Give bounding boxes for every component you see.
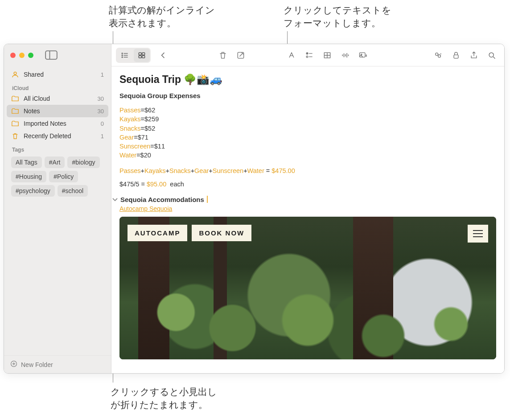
titlebar-left <box>4 44 111 66</box>
callout-collapse-heading: クリックすると小見出し が折りたたまれます。 <box>111 385 217 412</box>
minimize-window-button[interactable] <box>19 53 25 58</box>
gallery-view-button[interactable] <box>134 49 150 62</box>
section-heading-accommodations[interactable]: Sequoia Accommodations <box>111 196 496 203</box>
svg-line-35 <box>493 57 495 58</box>
tag-chip[interactable]: #Housing <box>11 171 46 182</box>
svg-point-31 <box>436 53 438 55</box>
toolbar <box>111 44 504 66</box>
sidebar-item-count: 1 <box>101 71 104 78</box>
section-heading-text: Sequoia Accommodations <box>120 196 204 203</box>
sidebar-item-count: 0 <box>101 120 104 127</box>
sidebar-item-count: 1 <box>101 133 104 140</box>
callout-line <box>287 31 288 45</box>
main-pane: Sequoia Trip 🌳📸🚙 Sequoia Group Expenses … <box>111 44 504 373</box>
sidebar-item-label: Recently Deleted <box>24 132 96 140</box>
checklist-button[interactable] <box>301 49 317 62</box>
division-suffix: each <box>170 181 184 188</box>
back-button[interactable] <box>155 49 171 62</box>
tag-chip[interactable]: #psychology <box>11 185 55 197</box>
sidebar-item-count: 30 <box>98 108 104 115</box>
sidebar: Shared 1 iCloud All iCloud 30 Notes 30 <box>4 44 111 373</box>
sidebar-item-imported[interactable]: Imported Notes 0 <box>7 117 108 130</box>
app-window: Shared 1 iCloud All iCloud 30 Notes 30 <box>4 44 505 374</box>
media-button[interactable] <box>355 49 371 62</box>
expense-line: Sunscreen=$11 <box>119 142 496 151</box>
tag-chip[interactable]: #school <box>58 185 88 197</box>
callout-inline-math: 計算式の解がインライン 表示されます。 <box>109 4 215 30</box>
trash-icon <box>11 132 19 140</box>
chevron-down-icon[interactable] <box>111 196 119 203</box>
svg-point-8 <box>122 55 123 56</box>
svg-rect-15 <box>142 55 145 58</box>
expense-line: Kayaks=$259 <box>119 115 496 124</box>
svg-point-10 <box>122 57 123 58</box>
expense-line: Water=$20 <box>119 151 496 160</box>
sidebar-list: Shared 1 iCloud All iCloud 30 Notes 30 <box>4 66 111 199</box>
table-button[interactable] <box>319 49 335 62</box>
sidebar-item-shared[interactable]: Shared 1 <box>7 68 108 81</box>
sidebar-toggle-button[interactable] <box>45 50 58 60</box>
sidebar-item-notes[interactable]: Notes 30 <box>7 105 108 117</box>
tags-container: All Tags #Art #biology #Housing #Policy … <box>7 154 108 199</box>
callout-format-text: クリックしてテキストを フォーマットします。 <box>284 4 391 30</box>
expense-list: Passes=$62Kayaks=$259Snacks=$52Gear=$71S… <box>119 106 496 160</box>
note-subtitle: Sequoia Group Expenses <box>119 92 496 99</box>
folder-icon <box>11 119 19 128</box>
svg-rect-13 <box>142 53 145 55</box>
sidebar-group-tags: Tags <box>7 142 108 154</box>
preview-menu-button[interactable] <box>468 225 488 243</box>
tag-chip[interactable]: #Art <box>45 156 65 168</box>
close-window-button[interactable] <box>10 53 16 58</box>
sum-result: $475.00 <box>271 167 295 174</box>
svg-point-19 <box>306 56 308 58</box>
division-result: $95.00 <box>147 181 166 188</box>
tag-chip[interactable]: #Policy <box>49 171 78 182</box>
link-preview-card[interactable]: AUTOCAMP BOOK NOW <box>119 217 496 359</box>
shared-icon <box>11 70 19 78</box>
sidebar-group-icloud[interactable]: iCloud <box>7 81 108 92</box>
expense-line: Snacks=$52 <box>119 124 496 133</box>
sidebar-item-count: 30 <box>98 95 104 102</box>
sidebar-item-label: Notes <box>24 107 93 115</box>
tag-chip[interactable]: #biology <box>67 156 99 168</box>
expense-line: Gear=$71 <box>119 133 496 142</box>
format-button[interactable] <box>284 49 300 62</box>
new-folder-button[interactable]: New Folder <box>4 355 111 373</box>
audio-button[interactable] <box>337 49 353 62</box>
svg-point-2 <box>14 72 16 74</box>
preview-cta-button[interactable]: BOOK NOW <box>192 225 251 241</box>
sidebar-item-label: Shared <box>24 71 96 78</box>
folder-icon <box>11 95 19 103</box>
note-content[interactable]: Sequoia Trip 🌳📸🚙 Sequoia Group Expenses … <box>111 66 504 373</box>
new-folder-label: New Folder <box>21 361 53 368</box>
svg-rect-33 <box>454 55 458 58</box>
accommodation-link[interactable]: Autocamp Sequoia <box>119 205 172 212</box>
folder-icon <box>11 107 19 115</box>
sidebar-item-recently-deleted[interactable]: Recently Deleted 1 <box>7 130 108 142</box>
new-note-button[interactable] <box>233 49 249 62</box>
sum-line: Passes+Kayaks+Snacks+Gear+Sunscreen+Wate… <box>119 167 496 174</box>
delete-button[interactable] <box>215 49 231 62</box>
list-view-button[interactable] <box>117 49 133 62</box>
svg-point-6 <box>122 53 123 54</box>
svg-point-32 <box>438 54 441 57</box>
share-button[interactable] <box>466 49 482 62</box>
sidebar-item-label: Imported Notes <box>24 120 96 127</box>
svg-rect-0 <box>45 51 57 59</box>
text-cursor <box>207 196 208 203</box>
preview-logo: AUTOCAMP <box>128 225 187 241</box>
preview-foliage <box>119 281 496 359</box>
sidebar-item-all-icloud[interactable]: All iCloud 30 <box>7 92 108 105</box>
lock-button[interactable] <box>448 49 464 62</box>
svg-rect-12 <box>139 53 141 55</box>
expense-line: Passes=$62 <box>119 106 496 115</box>
link-note-button[interactable] <box>430 49 446 62</box>
plus-circle-icon <box>10 360 17 369</box>
tag-chip[interactable]: All Tags <box>11 156 42 168</box>
note-title: Sequoia Trip 🌳📸🚙 <box>119 74 496 86</box>
search-button[interactable] <box>484 49 500 62</box>
svg-point-34 <box>489 53 494 57</box>
zoom-window-button[interactable] <box>28 53 33 58</box>
svg-rect-14 <box>139 55 141 58</box>
division-line: $475/5 = $95.00 each <box>119 181 496 188</box>
